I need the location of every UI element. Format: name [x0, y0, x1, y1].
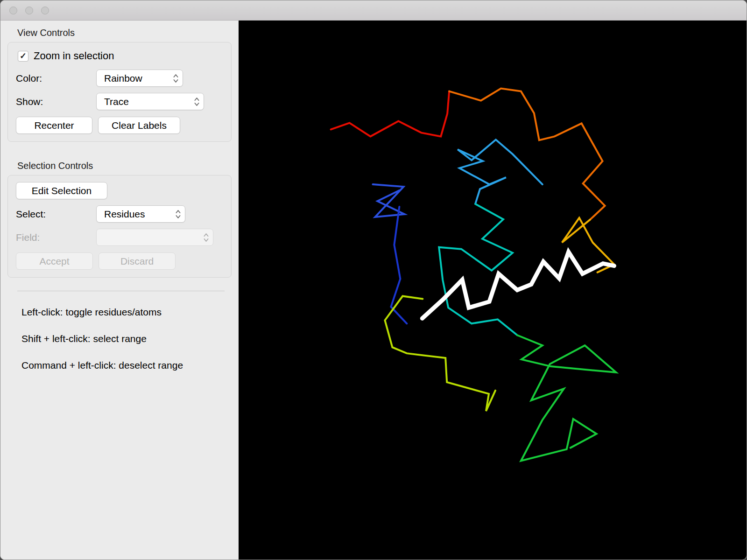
- zoom-selection-label: Zoom in selection: [34, 50, 114, 62]
- clear-labels-button[interactable]: Clear Labels: [98, 117, 180, 134]
- recenter-button[interactable]: Recenter: [16, 117, 92, 134]
- window-zoom-button[interactable]: [41, 7, 49, 14]
- selection-controls-title: Selection Controls: [17, 161, 239, 171]
- view-controls-group: ✓ Zoom in selection Color: Rainbow Show:: [7, 42, 232, 142]
- help-line-command-click: Command + left-click: deselect range: [21, 360, 229, 371]
- molecule-viewport[interactable]: [239, 21, 747, 560]
- color-label: Color:: [16, 73, 96, 84]
- divider: [17, 291, 225, 291]
- selection-controls-group: Edit Selection Select: Residues Field:: [7, 175, 232, 278]
- discard-button: Discard: [99, 252, 176, 270]
- select-mode-value: Residues: [104, 209, 145, 220]
- checkmark-icon: ✓: [20, 51, 27, 61]
- window-minimize-button[interactable]: [25, 7, 33, 14]
- show-label: Show:: [16, 96, 96, 107]
- trace-segment-teal[interactable]: [439, 204, 517, 335]
- select-arrows-icon: [172, 73, 179, 84]
- select-arrows-icon: [203, 232, 210, 243]
- main-area: View Controls ✓ Zoom in selection Color:…: [0, 21, 747, 560]
- show-select-value: Trace: [104, 96, 129, 107]
- window-close-button[interactable]: [9, 7, 17, 14]
- titlebar: [0, 0, 747, 21]
- help-line-shift-click: Shift + left-click: select range: [21, 333, 229, 344]
- show-select[interactable]: Trace: [96, 93, 204, 110]
- trace-segment-blue-cluster[interactable]: [373, 184, 404, 217]
- color-select[interactable]: Rainbow: [96, 70, 183, 87]
- zoom-selection-row: ✓ Zoom in selection: [18, 50, 223, 62]
- trace-segment-green[interactable]: [517, 335, 616, 461]
- select-label: Select:: [16, 209, 96, 220]
- sidebar: View Controls ✓ Zoom in selection Color:…: [0, 21, 239, 560]
- field-select: [96, 229, 213, 246]
- show-row: Show: Trace: [16, 93, 223, 110]
- edit-selection-row: Edit Selection: [16, 182, 223, 199]
- trace-segment-red[interactable]: [331, 91, 450, 137]
- view-controls-title: View Controls: [17, 28, 239, 38]
- view-buttons-row: Recenter Clear Labels: [16, 117, 223, 134]
- molecule-trace: [239, 21, 747, 560]
- select-row: Select: Residues: [16, 205, 223, 223]
- select-arrows-icon: [175, 209, 182, 220]
- trace-segment-blue-tail[interactable]: [391, 207, 407, 323]
- select-arrows-icon: [193, 96, 200, 107]
- accept-button: Accept: [16, 252, 93, 270]
- accept-discard-row: Accept Discard: [16, 252, 223, 270]
- field-label: Field:: [16, 232, 96, 243]
- trace-segment-chartreuse[interactable]: [385, 296, 495, 411]
- color-select-value: Rainbow: [104, 73, 142, 84]
- edit-selection-button[interactable]: Edit Selection: [16, 182, 107, 199]
- trace-segment-orange[interactable]: [449, 89, 605, 220]
- app-window: View Controls ✓ Zoom in selection Color:…: [0, 0, 747, 560]
- help-line-left-click: Left-click: toggle residues/atoms: [21, 307, 229, 318]
- color-row: Color: Rainbow: [16, 70, 223, 87]
- zoom-selection-checkbox[interactable]: ✓: [18, 51, 28, 62]
- field-row: Field:: [16, 229, 223, 246]
- select-mode-select[interactable]: Residues: [96, 205, 185, 223]
- trace-segment-cyan[interactable]: [458, 140, 543, 204]
